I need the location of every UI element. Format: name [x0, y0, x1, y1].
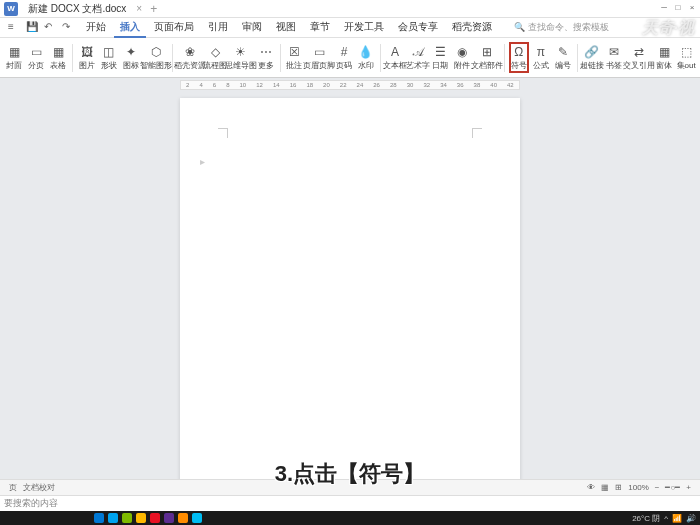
taskbar-app-5[interactable] — [164, 513, 174, 523]
ribbon-item-0[interactable]: ▦封面 — [4, 43, 24, 72]
redo-icon[interactable]: ↷ — [62, 21, 76, 35]
ribbon-item-22[interactable]: ✎编号 — [553, 43, 573, 72]
taskbar-app-0[interactable] — [94, 513, 104, 523]
menu-tab-3[interactable]: 引用 — [202, 18, 234, 38]
fit-icon[interactable]: ⊞ — [612, 483, 625, 492]
proofing-button[interactable]: 文档校对 — [20, 482, 58, 493]
volume-icon[interactable]: 🔊 — [686, 514, 696, 523]
menu-bar: ≡ 💾 ↶ ↷ 开始插入页面布局引用审阅视图章节开发工具会员专享稻壳资源 🔍 查… — [0, 18, 700, 38]
taskbar-app-2[interactable] — [122, 513, 132, 523]
title-bar: W 新建 DOCX 文档.docx × + ─ □ × — [0, 0, 700, 18]
zoom-slider[interactable]: ━○━ — [662, 483, 683, 492]
minimize-button[interactable]: ─ — [658, 3, 670, 15]
zoom-level[interactable]: 100% — [625, 483, 651, 492]
menu-tab-0[interactable]: 开始 — [80, 18, 112, 38]
tab-close-button[interactable]: × — [136, 3, 142, 14]
document-page[interactable]: ▸ — [180, 98, 520, 487]
ribbon-item-13[interactable]: #页码 — [334, 43, 354, 72]
ribbon-label: 符号 — [511, 60, 527, 71]
zoom-in-button[interactable]: + — [683, 483, 694, 492]
ribbon-item-17[interactable]: ☰日期 — [430, 43, 450, 72]
network-icon[interactable]: 📶 — [672, 514, 682, 523]
ribbon-item-23[interactable]: 🔗超链接 — [581, 43, 602, 72]
ribbon-icon: ⬚ — [678, 44, 694, 60]
ribbon-item-11[interactable]: ☒批注 — [284, 43, 304, 72]
ribbon-item-15[interactable]: A文本框 — [385, 43, 406, 72]
ribbon-item-18[interactable]: ◉附件 — [452, 43, 472, 72]
ribbon-item-16[interactable]: 𝒜艺术字 — [407, 43, 428, 72]
ribbon-item-26[interactable]: ▦窗体 — [654, 43, 674, 72]
search-hint[interactable]: 🔍 查找命令、搜索模板 — [514, 21, 609, 34]
symbol-button[interactable]: Ω符号 — [509, 42, 529, 73]
menu-tab-1[interactable]: 插入 — [114, 18, 146, 38]
ribbon-label: 形状 — [101, 60, 117, 71]
maximize-button[interactable]: □ — [672, 3, 684, 15]
ribbon-icon: ◉ — [454, 44, 470, 60]
menu-tab-4[interactable]: 审阅 — [236, 18, 268, 38]
ribbon-label: 窗体 — [656, 60, 672, 71]
ribbon-item-5[interactable]: ✦图标 — [121, 43, 141, 72]
layout-icon[interactable]: ▦ — [598, 483, 612, 492]
ribbon-item-25[interactable]: ⇄交叉引用 — [626, 43, 652, 72]
ribbon-icon: ☀ — [233, 44, 249, 60]
undo-icon[interactable]: ↶ — [44, 21, 58, 35]
menu-tab-9[interactable]: 稻壳资源 — [446, 18, 498, 38]
menu-tab-7[interactable]: 开发工具 — [338, 18, 390, 38]
save-icon[interactable]: 💾 — [26, 21, 40, 35]
taskbar-app-3[interactable] — [136, 513, 146, 523]
ribbon-item-24[interactable]: ✉书签 — [604, 43, 624, 72]
ribbon-label: 稻壳资源 — [174, 60, 206, 71]
ribbon-icon: ▦ — [50, 44, 66, 60]
ribbon-item-6[interactable]: ⬡智能图形 — [143, 43, 169, 72]
ribbon-icon: ✉ — [606, 44, 622, 60]
ribbon-item-21[interactable]: π公式 — [531, 43, 551, 72]
ribbon-label: 图片 — [79, 60, 95, 71]
taskbar: 26°C 阴 ^ 📶 🔊 — [0, 511, 700, 525]
ribbon-label: 公式 — [533, 60, 549, 71]
ribbon-item-19[interactable]: ⊞文档部件 — [474, 43, 500, 72]
taskbar-app-6[interactable] — [178, 513, 188, 523]
ribbon-item-3[interactable]: 🖼图片 — [77, 43, 97, 72]
ribbon-item-9[interactable]: ☀思维导图 — [228, 43, 254, 72]
ribbon-item-1[interactable]: ▭分页 — [26, 43, 46, 72]
ribbon-icon: # — [336, 44, 352, 60]
ribbon-item-27[interactable]: ⬚集out — [676, 43, 696, 72]
system-tray[interactable]: 26°C 阴 ^ 📶 🔊 — [632, 513, 696, 524]
ribbon-icon: A — [387, 44, 403, 60]
taskbar-app-7[interactable] — [192, 513, 202, 523]
workspace: ▸ — [0, 92, 700, 487]
document-title: 新建 DOCX 文档.docx — [22, 2, 132, 16]
weather-widget[interactable]: 26°C 阴 — [632, 513, 660, 524]
taskbar-app-1[interactable] — [108, 513, 118, 523]
ribbon-label: 更多 — [258, 60, 274, 71]
menu-tab-5[interactable]: 视图 — [270, 18, 302, 38]
ribbon-item-12[interactable]: ▭页眉页脚 — [306, 43, 332, 72]
horizontal-ruler: 24681012141618202224262830323436384042 — [180, 80, 520, 90]
ribbon-item-4[interactable]: ◫形状 — [99, 43, 119, 72]
menu-tab-6[interactable]: 章节 — [304, 18, 336, 38]
page-indicator[interactable]: 页 — [6, 482, 20, 493]
close-button[interactable]: × — [686, 3, 698, 15]
ribbon-item-8[interactable]: ◇流程图 — [205, 43, 226, 72]
instruction-overlay: 3.点击【符号】 — [275, 459, 425, 489]
tray-chevron-icon[interactable]: ^ — [664, 514, 668, 523]
ribbon-icon: ◇ — [207, 44, 223, 60]
watermark-text: 天奇·视 — [642, 18, 694, 39]
view-icon[interactable]: 👁 — [584, 483, 598, 492]
ribbon-item-7[interactable]: ❀稻壳资源 — [177, 43, 203, 72]
menu-tab-8[interactable]: 会员专享 — [392, 18, 444, 38]
ribbon-icon: 🖼 — [79, 44, 95, 60]
tab-add-button[interactable]: + — [150, 2, 157, 16]
ribbon-icon: ⊞ — [479, 44, 495, 60]
ribbon-item-14[interactable]: 💧水印 — [356, 43, 376, 72]
zoom-out-button[interactable]: − — [652, 483, 663, 492]
ribbon-label: 附件 — [454, 60, 470, 71]
taskbar-app-4[interactable] — [150, 513, 160, 523]
menu-icon[interactable]: ≡ — [8, 21, 22, 35]
menu-tab-2[interactable]: 页面布局 — [148, 18, 200, 38]
ribbon-icon: 🔗 — [584, 44, 600, 60]
ribbon-item-2[interactable]: ▦表格 — [48, 43, 68, 72]
ribbon-item-10[interactable]: ⋯更多 — [256, 43, 276, 72]
ribbon-icon: ▭ — [311, 44, 327, 60]
os-search-bar[interactable]: 要搜索的内容 — [0, 495, 700, 511]
